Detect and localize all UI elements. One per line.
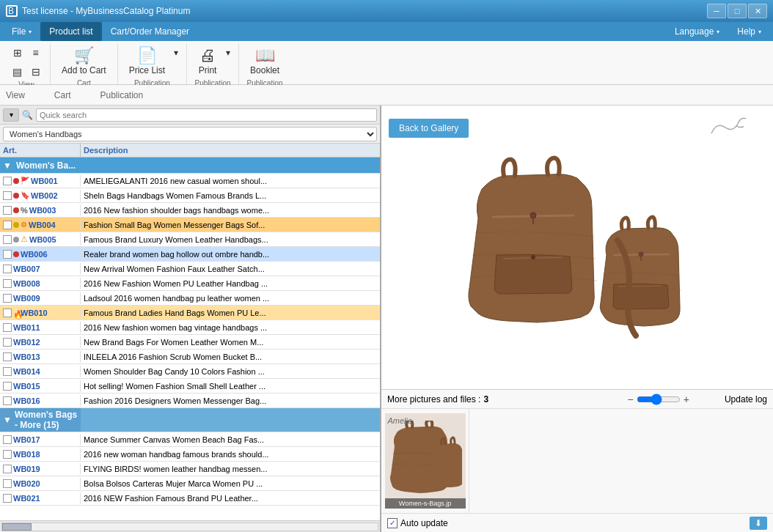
table-row[interactable]: ⚙ WB004 Fashion Small Bag Women Messenge… — [0, 218, 380, 232]
search-icon: 🔍 — [22, 110, 33, 120]
download-button[interactable]: ⬇ — [750, 517, 767, 530]
table-row[interactable]: WB015 Hot selling! Women Fashion Small S… — [0, 379, 380, 394]
row-checkbox[interactable] — [3, 177, 12, 185]
view-btn-4[interactable]: ⊟ — [27, 63, 44, 81]
product-desc: Famous Brand Ladies Hand Bags Women PU L… — [81, 307, 380, 319]
table-row[interactable]: % WB003 2016 New fashion shoulder bags h… — [0, 203, 380, 218]
menu-language[interactable]: Language ▾ — [666, 22, 728, 41]
svg-point-5 — [531, 255, 535, 259]
row-checkbox[interactable] — [3, 323, 12, 332]
table-row[interactable]: 🔥 WB010 Famous Brand Ladies Hand Bags Wo… — [0, 306, 380, 320]
maximize-button[interactable]: □ — [728, 4, 747, 18]
add-to-cart-button[interactable]: 🛒 Add to Cart — [56, 44, 111, 79]
row-checkbox[interactable] — [3, 221, 12, 229]
row-checkbox[interactable] — [3, 235, 12, 244]
size-increase-button[interactable]: + — [684, 394, 689, 405]
row-checkbox[interactable] — [3, 396, 12, 405]
row-checkbox[interactable] — [3, 382, 12, 391]
row-checkbox[interactable] — [3, 338, 12, 347]
row-checkbox[interactable] — [3, 435, 12, 444]
status-indicator — [13, 222, 19, 228]
category-select[interactable]: Women's Handbags — [3, 127, 377, 141]
table-row[interactable]: WB014 Women Shoulder Bag Candy 10 Colors… — [0, 364, 380, 379]
size-slider[interactable] — [637, 395, 681, 404]
table-row[interactable]: WB019 FLYING BIRDS! women leather handba… — [0, 462, 380, 476]
table-row[interactable]: WB013 INLEELA 2016 Fashion Scrub Women B… — [0, 350, 380, 364]
table-row[interactable]: ⚠ WB005 Famous Brand Luxury Women Leathe… — [0, 232, 380, 247]
close-button[interactable]: ✕ — [748, 4, 767, 18]
product-group-1[interactable]: ▼ Women's Ba... — [0, 158, 380, 174]
print-dropdown[interactable]: ▾ — [224, 47, 232, 59]
search-toggle-button[interactable]: ▾ — [3, 108, 19, 122]
row-checkbox[interactable] — [3, 309, 12, 317]
product-group-2[interactable]: ▼ Women's Bags - More (15) — [0, 408, 380, 432]
table-row[interactable]: WB009 Ladsoul 2016 women handbag pu leat… — [0, 291, 380, 306]
auto-update-label: Auto update — [400, 518, 448, 528]
menu-file[interactable]: File ▾ — [3, 22, 40, 41]
search-bar: ▾ 🔍 — [0, 106, 380, 125]
status-indicator — [13, 237, 19, 243]
bottom-strip-footer: ✓ Auto update ⬇ — [381, 513, 773, 532]
table-row[interactable]: WB012 New Brand Bags For Women Leather W… — [0, 335, 380, 350]
product-id: WB008 — [13, 279, 40, 288]
horizontal-scrollbar[interactable] — [0, 520, 380, 532]
print-arrow-icon: ▾ — [226, 48, 230, 58]
price-list-button[interactable]: 📄 Price List — [124, 44, 170, 79]
language-arrow-icon: ▾ — [717, 29, 719, 35]
row-checkbox[interactable] — [3, 352, 12, 361]
product-desc: Mance Summer Canvas Women Beach Bag Fas.… — [81, 434, 380, 446]
view-btn-3[interactable]: ▤ — [9, 63, 26, 81]
row-checkbox[interactable] — [3, 479, 12, 488]
row-checkbox[interactable] — [3, 450, 12, 459]
fire-icon: 🔥 — [13, 310, 19, 316]
product-desc: INLEELA 2016 Fashion Scrub Women Bucket … — [81, 351, 380, 363]
table-row[interactable]: WB007 New Arrival Women Fashion Faux Lea… — [0, 262, 380, 276]
row-checkbox[interactable] — [3, 279, 12, 288]
table-row[interactable]: WB021 2016 NEW Fashion Famous Brand PU L… — [0, 491, 380, 506]
table-row[interactable]: 🔖 WB002 Sheln Bags Handbags Women Famous… — [0, 188, 380, 203]
toolbar: ⊞ ≡ ▤ ⊟ View 🛒 Add to Cart Cart — [0, 41, 773, 85]
thumbnail-brand: Amelie — [388, 416, 413, 425]
row-checkbox[interactable] — [3, 494, 12, 503]
print-button[interactable]: 🖨 Print — [193, 44, 222, 79]
product-table[interactable]: ▼ Women's Ba... 🚩 WB001 AMELIEGALANTI 20… — [0, 158, 380, 520]
row-checkbox[interactable] — [3, 265, 12, 273]
toolbar-cart-group: 🛒 Add to Cart Cart — [51, 44, 118, 84]
menu-product-list[interactable]: Product list — [40, 22, 101, 41]
product-image — [442, 145, 713, 350]
row-checkbox[interactable] — [3, 367, 12, 376]
product-thumbnail[interactable]: Amelie — [385, 413, 466, 509]
star-icon: ⚙ — [21, 221, 27, 229]
toolbar-view-group: ⊞ ≡ ▤ ⊟ View — [3, 44, 51, 84]
table-row[interactable]: WB011 2016 New fashion women bag vintage… — [0, 320, 380, 335]
minimize-button[interactable]: ─ — [707, 4, 726, 18]
view-btn-1[interactable]: ⊞ — [9, 44, 26, 62]
status-indicator — [13, 207, 19, 213]
menu-cart-order[interactable]: Cart/Order Manager — [102, 22, 198, 41]
table-row[interactable]: WB006 Realer brand women bag hollow out … — [0, 247, 380, 262]
back-to-gallery-button[interactable]: Back to Gallery — [389, 119, 469, 138]
menu-help[interactable]: Help ▾ — [728, 22, 770, 41]
search-input[interactable] — [36, 108, 377, 122]
col-art-header: Art. — [0, 144, 81, 157]
auto-update-checkbox[interactable]: ✓ — [387, 518, 398, 528]
table-row[interactable]: WB018 2016 new woman handbag famous bran… — [0, 447, 380, 462]
table-row[interactable]: 🚩 WB001 AMELIEGALANTI 2016 new casual wo… — [0, 174, 380, 188]
group2-expand-icon: ▼ — [3, 415, 12, 425]
price-list-dropdown[interactable]: ▾ — [172, 47, 180, 59]
row-checkbox[interactable] — [3, 191, 12, 200]
table-row[interactable]: WB020 Bolsa Bolsos Carteras Mujer Marca … — [0, 476, 380, 491]
row-checkbox[interactable] — [3, 294, 12, 303]
row-checkbox[interactable] — [3, 250, 12, 259]
product-id: WB001 — [31, 177, 58, 185]
right-panel: Back to Gallery — [381, 106, 773, 532]
table-row[interactable]: WB008 2016 New Fashion Women PU Leather … — [0, 276, 380, 291]
row-checkbox[interactable] — [3, 206, 12, 215]
row-checkbox[interactable] — [3, 465, 12, 473]
booklet-button[interactable]: 📖 Booklet — [245, 44, 285, 79]
view-btn-2[interactable]: ≡ — [27, 44, 44, 62]
table-row[interactable]: WB017 Mance Summer Canvas Women Beach Ba… — [0, 432, 380, 447]
size-decrease-button[interactable]: − — [628, 394, 634, 405]
product-desc: Fashion Small Bag Women Messenger Bags S… — [81, 219, 380, 231]
table-row[interactable]: WB016 Fashion 2016 Designers Women Messe… — [0, 394, 380, 408]
